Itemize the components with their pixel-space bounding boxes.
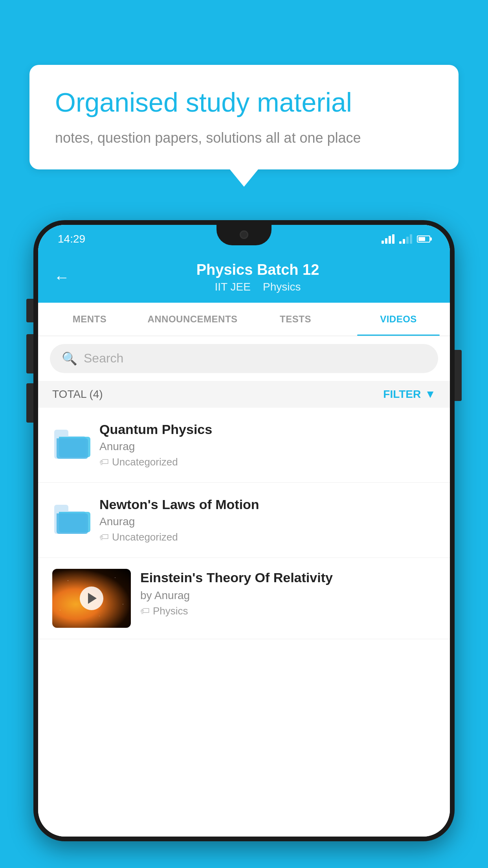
mute-button (26, 299, 33, 322)
list-item[interactable]: Quantum Physics Anurag 🏷 Uncategorized (38, 408, 450, 483)
tag-icon: 🏷 (140, 605, 150, 616)
tab-videos[interactable]: VIDEOS (347, 303, 450, 336)
search-icon: 🔍 (62, 351, 77, 366)
folder-icon (54, 431, 86, 459)
tag-label: Uncategorized (112, 531, 178, 543)
total-count: TOTAL (4) (52, 388, 103, 401)
item-icon-wrap (52, 425, 88, 465)
item-tag: 🏷 Physics (140, 605, 436, 617)
item-tag: 🏷 Uncategorized (99, 456, 436, 468)
folder-front (57, 438, 88, 459)
bubble-title: Organised study material (55, 86, 433, 119)
item-author: Anurag (99, 515, 436, 528)
header-title: Physics Batch 12 (81, 261, 434, 279)
tag-icon: 🏷 (99, 456, 109, 467)
wifi-icon (382, 234, 394, 244)
phone-mockup: 14:29 ← Physics Batch 12 (33, 220, 455, 868)
video-thumbnail (52, 569, 131, 628)
folder-front (57, 513, 88, 534)
filter-button[interactable]: FILTER ▼ (383, 388, 436, 401)
item-title: Einstein's Theory Of Relativity (140, 569, 436, 586)
phone-screen: 14:29 ← Physics Batch 12 (38, 225, 450, 837)
signal-icon (399, 234, 412, 244)
volume-up-button (26, 334, 33, 373)
app-header: ← Physics Batch 12 IIT JEE Physics (38, 253, 450, 303)
tabs-bar: MENTS ANNOUNCEMENTS TESTS VIDEOS (38, 303, 450, 336)
filter-icon: ▼ (425, 388, 436, 401)
content-list: Quantum Physics Anurag 🏷 Uncategorized (38, 408, 450, 837)
search-bar[interactable]: 🔍 Search (50, 344, 438, 373)
item-icon-wrap (52, 500, 88, 540)
bubble-arrow (230, 169, 258, 187)
item-info: Newton's Laws of Motion Anurag 🏷 Uncateg… (99, 497, 436, 543)
header-tag1: IIT JEE (215, 281, 251, 293)
status-time: 14:29 (58, 233, 85, 245)
search-bar-wrapper: 🔍 Search (38, 336, 450, 381)
list-item[interactable]: Einstein's Theory Of Relativity by Anura… (38, 558, 450, 639)
play-button[interactable] (80, 587, 103, 610)
item-author: Anurag (99, 440, 436, 453)
phone-outer: 14:29 ← Physics Batch 12 (33, 220, 455, 841)
tab-tests[interactable]: TESTS (244, 303, 347, 336)
list-item[interactable]: Newton's Laws of Motion Anurag 🏷 Uncateg… (38, 483, 450, 558)
status-icons (382, 234, 430, 244)
header-tag2: Physics (263, 281, 301, 293)
header-subtitle: IIT JEE Physics (81, 281, 434, 293)
item-title: Quantum Physics (99, 422, 436, 437)
speech-bubble-section: Organised study material notes, question… (29, 65, 459, 187)
status-bar: 14:29 (38, 225, 450, 253)
item-info: Einstein's Theory Of Relativity by Anura… (140, 569, 436, 617)
header-title-section: Physics Batch 12 IIT JEE Physics (81, 261, 434, 293)
tab-announcements[interactable]: ANNOUNCEMENTS (141, 303, 244, 336)
play-icon (88, 593, 97, 604)
battery-icon (417, 235, 430, 243)
speech-bubble-card: Organised study material notes, question… (29, 65, 459, 169)
item-author: by Anurag (140, 589, 436, 602)
item-title: Newton's Laws of Motion (99, 497, 436, 512)
front-camera (240, 230, 248, 239)
item-info: Quantum Physics Anurag 🏷 Uncategorized (99, 422, 436, 468)
tag-label: Uncategorized (112, 456, 178, 468)
item-tag: 🏷 Uncategorized (99, 531, 436, 543)
back-button[interactable]: ← (54, 269, 70, 285)
tag-icon: 🏷 (99, 531, 109, 542)
filter-row: TOTAL (4) FILTER ▼ (38, 381, 450, 408)
tag-label: Physics (153, 605, 188, 617)
power-button (455, 350, 462, 401)
battery-fill (418, 237, 425, 241)
search-placeholder: Search (84, 351, 123, 366)
tab-ments[interactable]: MENTS (38, 303, 141, 336)
bubble-subtitle: notes, question papers, solutions all at… (55, 128, 433, 148)
notch (216, 225, 272, 245)
volume-down-button (26, 383, 33, 423)
filter-label: FILTER (383, 388, 421, 401)
folder-icon (54, 506, 86, 534)
